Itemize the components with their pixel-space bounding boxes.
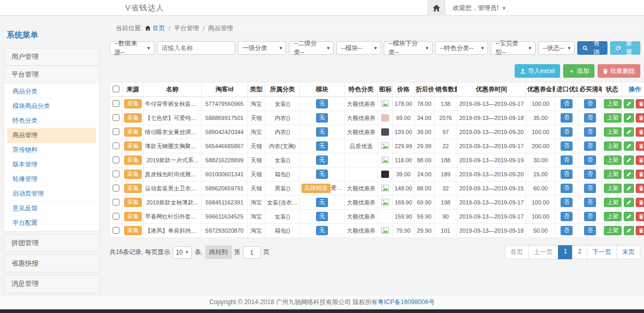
must-buy-toggle[interactable]: 否	[584, 141, 596, 150]
name-search-input[interactable]	[157, 41, 235, 55]
filter-select-6[interactable]: --模块下分类--▼	[384, 41, 433, 55]
user-menu[interactable]: 欢迎您，管理员! ▼	[445, 4, 514, 13]
import-preferred-toggle[interactable]: 否	[561, 170, 573, 178]
sidebar-item-启动页管理[interactable]: 启动页管理	[7, 187, 96, 201]
status-badge[interactable]: 上架	[604, 198, 622, 207]
import-preferred-toggle[interactable]: 否	[561, 99, 573, 108]
row-checkbox[interactable]	[113, 199, 119, 206]
status-badge[interactable]: 上架	[604, 226, 622, 235]
sidebar-item-模块商品分类[interactable]: 模块商品分类	[7, 99, 96, 114]
edit-button[interactable]	[624, 170, 634, 179]
import-excel-button[interactable]: 导入excel	[515, 64, 560, 78]
module-badge[interactable]: 无	[316, 155, 328, 164]
filter-select-7[interactable]: --特色分类--▼	[435, 41, 488, 55]
per-page-select[interactable]: 10 ▼	[173, 246, 192, 259]
sidebar-item-版本管理[interactable]: 版本管理	[7, 158, 96, 172]
import-preferred-toggle[interactable]: 否	[561, 212, 573, 221]
must-buy-toggle[interactable]: 否	[584, 127, 596, 136]
edit-button[interactable]	[624, 198, 634, 207]
row-checkbox[interactable]	[113, 185, 119, 191]
row-checkbox[interactable]	[113, 156, 119, 163]
import-preferred-toggle[interactable]: 否	[561, 198, 573, 207]
sidebar-item-轮播管理[interactable]: 轮播管理	[7, 172, 96, 187]
home-button[interactable]	[428, 0, 445, 16]
sidebar-group-4[interactable]: 省惠快报	[4, 255, 100, 272]
batch-delete-button[interactable]: 批量删除	[598, 64, 640, 78]
module-badge[interactable]: 无	[316, 127, 328, 136]
jump-button[interactable]: 跳转到	[205, 246, 232, 259]
status-badge[interactable]: 上架	[604, 141, 622, 150]
module-badge[interactable]: 无	[316, 141, 328, 150]
page-button-下一页[interactable]: 下一页	[587, 245, 617, 259]
page-button-1[interactable]: 1	[558, 245, 573, 259]
sidebar-group-5[interactable]: 消息管理	[4, 275, 100, 293]
filter-select-3[interactable]: 一级分类▼	[238, 41, 287, 55]
must-buy-toggle[interactable]: 否	[584, 198, 596, 207]
filter-select-8[interactable]: --宝贝类型--▼	[491, 41, 536, 55]
must-buy-toggle[interactable]: 否	[584, 170, 596, 178]
status-badge[interactable]: 上架	[604, 99, 622, 108]
delete-button[interactable]	[636, 155, 644, 165]
edit-button[interactable]	[624, 127, 634, 137]
jump-page-input[interactable]	[243, 246, 261, 259]
module-badge[interactable]: 无	[316, 99, 328, 108]
must-buy-toggle[interactable]: 否	[584, 212, 596, 221]
import-preferred-toggle[interactable]: 否	[561, 155, 573, 164]
row-checkbox[interactable]	[113, 213, 119, 220]
edit-button[interactable]	[624, 184, 634, 193]
status-badge[interactable]: 上架	[604, 184, 622, 192]
filter-select-1[interactable]: --数据来源--▼	[110, 41, 154, 55]
sidebar-group-3[interactable]: 拼团管理	[4, 234, 100, 252]
edit-button[interactable]	[624, 113, 634, 123]
edit-button[interactable]	[624, 141, 634, 151]
must-buy-toggle[interactable]: 否	[584, 184, 596, 192]
sidebar-item-平台配置[interactable]: 平台配置	[7, 216, 96, 230]
status-badge[interactable]: 上架	[604, 155, 622, 164]
import-preferred-toggle[interactable]: 否	[561, 113, 573, 122]
icp-link[interactable]: 粤ICP备16098006号	[378, 298, 434, 307]
filter-select-5[interactable]: --模块--▼	[336, 41, 381, 55]
sidebar-item-商品分类[interactable]: 商品分类	[7, 85, 96, 99]
delete-button[interactable]	[636, 141, 644, 151]
filter-select-4[interactable]: --二级分类--▼	[289, 41, 334, 55]
delete-button[interactable]	[636, 226, 644, 235]
edit-button[interactable]	[624, 99, 634, 109]
sidebar-group-1[interactable]: 用户管理	[4, 48, 100, 66]
breadcrumb-item-1[interactable]: 平台管理	[174, 24, 199, 33]
sidebar-item-宣传物料[interactable]: 宣传物料	[7, 143, 96, 158]
page-button-2[interactable]: 2	[572, 245, 587, 259]
delete-button[interactable]	[636, 127, 644, 137]
must-buy-toggle[interactable]: 否	[584, 155, 596, 164]
row-checkbox[interactable]	[113, 128, 119, 135]
status-badge[interactable]: 上架	[604, 170, 622, 178]
module-badge[interactable]: 无	[316, 113, 328, 122]
sidebar-item-商品管理[interactable]: 商品管理	[7, 128, 96, 143]
delete-button[interactable]	[636, 99, 644, 109]
delete-button[interactable]	[636, 170, 644, 179]
row-checkbox[interactable]	[113, 227, 119, 234]
delete-button[interactable]	[636, 212, 644, 221]
module-badge[interactable]: 无	[316, 170, 328, 178]
sidebar-item-特色分类[interactable]: 特色分类	[7, 114, 96, 128]
module-badge[interactable]: 无	[316, 226, 328, 235]
sidebar-item-意见反馈[interactable]: 意见反馈	[7, 201, 96, 216]
module-badge[interactable]: 无	[316, 212, 328, 221]
row-checkbox[interactable]	[113, 142, 119, 149]
reset-button[interactable]: ⟳重置	[610, 41, 640, 55]
status-badge[interactable]: 上架	[604, 113, 622, 122]
row-checkbox[interactable]	[113, 100, 119, 107]
breadcrumb-home-link[interactable]: 首页	[145, 24, 165, 33]
edit-button[interactable]	[624, 155, 634, 165]
delete-button[interactable]	[636, 113, 644, 123]
must-buy-toggle[interactable]: 否	[584, 99, 596, 108]
status-badge[interactable]: 上架	[604, 212, 622, 221]
edit-button[interactable]	[624, 212, 634, 221]
module-badge[interactable]: 无	[316, 198, 328, 207]
import-preferred-toggle[interactable]: 否	[561, 226, 573, 235]
must-buy-toggle[interactable]: 否	[584, 226, 596, 235]
filter-select-9[interactable]: --状态--▼	[538, 41, 575, 55]
page-button-末页[interactable]: 末页	[616, 245, 640, 259]
import-preferred-toggle[interactable]: 否	[561, 184, 573, 192]
edit-button[interactable]	[624, 226, 634, 235]
must-buy-toggle[interactable]: 否	[584, 113, 596, 122]
